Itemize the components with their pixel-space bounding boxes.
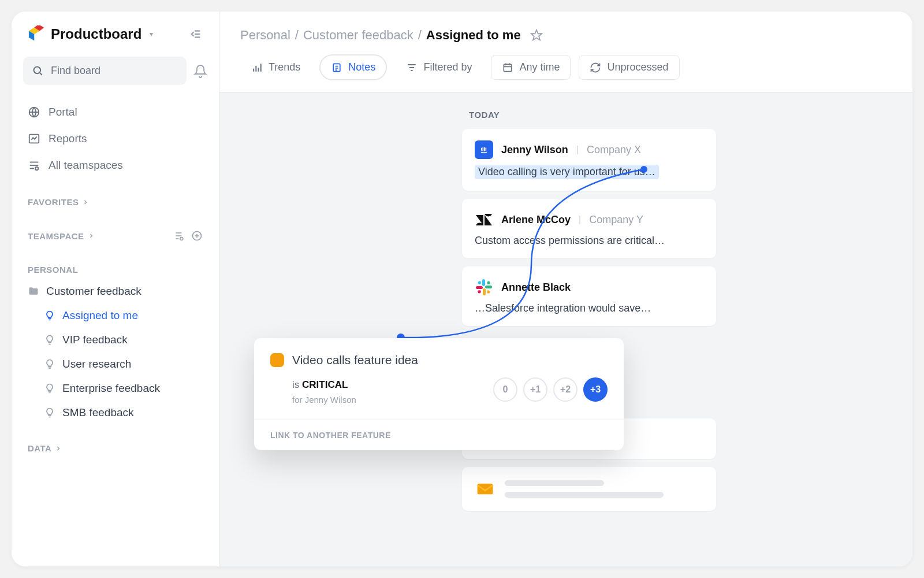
intercom-icon bbox=[475, 140, 493, 159]
portal-icon bbox=[28, 106, 40, 118]
score-0[interactable]: 0 bbox=[493, 377, 517, 402]
feature-status-icon bbox=[270, 353, 284, 367]
brand-name: Productboard bbox=[51, 26, 141, 42]
note-person: Arlene McCoy bbox=[501, 214, 571, 226]
tree-item-label: SMB feedback bbox=[62, 406, 134, 419]
topbar: Personal / Customer feedback / Assigned … bbox=[219, 12, 912, 54]
data-header[interactable]: DATA bbox=[28, 443, 62, 453]
svg-point-17 bbox=[180, 238, 183, 240]
tree-folder-customer-feedback[interactable]: Customer feedback bbox=[23, 279, 207, 303]
filter-bar: Trends Notes Filtered by Any time Unproc… bbox=[219, 54, 912, 92]
slack-icon bbox=[475, 278, 493, 297]
insight-score-row: 0 +1 +2 +3 bbox=[493, 377, 608, 402]
find-teamspace-icon[interactable] bbox=[174, 230, 185, 242]
lightbulb-icon bbox=[44, 407, 55, 418]
link-another-feature-button[interactable]: LINK TO ANOTHER FEATURE bbox=[254, 420, 624, 450]
breadcrumb-customer-feedback[interactable]: Customer feedback bbox=[303, 28, 413, 43]
notes-icon bbox=[331, 62, 342, 73]
lightbulb-icon bbox=[44, 334, 55, 346]
tree-item-label: User research bbox=[62, 358, 131, 370]
svg-rect-33 bbox=[504, 64, 512, 72]
zendesk-icon bbox=[475, 210, 493, 229]
teamspace-header[interactable]: TEAMSPACE bbox=[28, 231, 95, 241]
note-company: Company Y bbox=[589, 214, 643, 226]
svg-rect-45 bbox=[485, 286, 492, 288]
nav-portal-label: Portal bbox=[49, 106, 77, 118]
feature-title: Video calls feature idea bbox=[292, 353, 418, 367]
favorite-star-icon[interactable] bbox=[530, 29, 543, 42]
tree-item-label: Enterprise feedback bbox=[62, 382, 160, 395]
skeleton-card bbox=[462, 467, 716, 511]
notifications-icon[interactable] bbox=[193, 64, 207, 78]
calendar-icon bbox=[502, 62, 513, 73]
add-teamspace-icon[interactable] bbox=[191, 230, 203, 242]
note-body: Custom access permissions are critical… bbox=[475, 235, 703, 247]
svg-rect-46 bbox=[483, 288, 486, 295]
search-icon bbox=[32, 65, 44, 77]
svg-point-6 bbox=[34, 66, 41, 73]
note-card[interactable]: Arlene McCoy | Company Y Custom access p… bbox=[462, 199, 716, 258]
favorites-header[interactable]: FAVORITES bbox=[28, 197, 89, 207]
svg-rect-55 bbox=[478, 291, 481, 292]
score-2[interactable]: +2 bbox=[553, 377, 578, 402]
tree-item-label: VIP feedback bbox=[62, 334, 128, 346]
score-1[interactable]: +1 bbox=[523, 377, 547, 402]
tree-item-enterprise-feedback[interactable]: Enterprise feedback bbox=[23, 376, 207, 401]
mail-icon bbox=[475, 479, 495, 499]
chevron-right-icon bbox=[88, 232, 95, 239]
svg-line-7 bbox=[40, 72, 42, 75]
filter-any-time[interactable]: Any time bbox=[491, 55, 571, 80]
nav-teamspaces-label: All teamspaces bbox=[49, 159, 123, 172]
note-card[interactable]: Jenny Wilson | Company X Video calling i… bbox=[462, 129, 716, 191]
section-personal: PERSONAL Customer feedback Assigned to m… bbox=[23, 260, 207, 425]
note-body: Video calling is very important for us… bbox=[475, 165, 659, 179]
svg-rect-56 bbox=[478, 484, 493, 495]
filter-unprocessed[interactable]: Unprocessed bbox=[579, 55, 679, 80]
chevron-right-icon bbox=[82, 199, 89, 206]
nav-portal[interactable]: Portal bbox=[23, 99, 207, 125]
svg-rect-49 bbox=[479, 281, 481, 284]
breadcrumb: Personal / Customer feedback / Assigned … bbox=[240, 28, 521, 43]
tree-item-assigned-to-me[interactable]: Assigned to me bbox=[23, 303, 207, 328]
svg-rect-47 bbox=[476, 286, 483, 289]
search-input[interactable]: Find board bbox=[23, 57, 187, 85]
svg-rect-53 bbox=[487, 291, 489, 294]
section-favorites: FAVORITES bbox=[23, 192, 207, 212]
nav-reports[interactable]: Reports bbox=[23, 125, 207, 152]
search-placeholder: Find board bbox=[51, 65, 100, 77]
personal-header[interactable]: PERSONAL bbox=[28, 265, 78, 275]
tree-item-vip-feedback[interactable]: VIP feedback bbox=[23, 328, 207, 352]
breadcrumb-assigned-to-me[interactable]: Assigned to me bbox=[426, 28, 521, 43]
section-data: DATA bbox=[23, 439, 207, 458]
lightbulb-icon bbox=[44, 358, 55, 370]
section-teamspace: TEAMSPACE bbox=[23, 225, 207, 246]
caret-down-icon: ▾ bbox=[150, 30, 153, 38]
teamspaces-icon bbox=[28, 159, 40, 172]
collapse-sidebar-icon[interactable] bbox=[190, 28, 203, 40]
note-person: Jenny Wilson bbox=[501, 144, 568, 156]
breadcrumb-personal[interactable]: Personal bbox=[240, 28, 290, 43]
svg-marker-21 bbox=[531, 30, 542, 40]
note-person: Annette Black bbox=[501, 281, 571, 294]
score-3[interactable]: +3 bbox=[583, 377, 608, 402]
folder-icon bbox=[28, 286, 39, 297]
chart-icon bbox=[251, 62, 263, 73]
nav-reports-label: Reports bbox=[49, 132, 87, 145]
svg-rect-44 bbox=[482, 279, 485, 286]
sidebar: Productboard ▾ Find board Portal Reports bbox=[12, 12, 219, 566]
feature-meta: is CRITICAL for Jenny Wilson bbox=[292, 377, 356, 407]
tree-item-smb-feedback[interactable]: SMB feedback bbox=[23, 401, 207, 425]
brand-menu[interactable]: Productboard ▾ bbox=[28, 25, 153, 43]
app-window: Productboard ▾ Find board Portal Reports bbox=[12, 12, 912, 566]
tree-item-user-research[interactable]: User research bbox=[23, 352, 207, 376]
tab-trends[interactable]: Trends bbox=[240, 55, 311, 80]
refresh-icon bbox=[590, 62, 601, 73]
lightbulb-icon bbox=[44, 383, 55, 394]
tab-notes[interactable]: Notes bbox=[319, 54, 387, 80]
feature-link-card: Video calls feature idea is CRITICAL for… bbox=[254, 338, 624, 450]
note-card[interactable]: Annette Black …Salesforce integration wo… bbox=[462, 266, 716, 326]
content-area: TODAY Jenny Wilson | Company X Video cal… bbox=[219, 92, 912, 566]
nav-teamspaces[interactable]: All teamspaces bbox=[23, 152, 207, 179]
filter-filtered-by[interactable]: Filtered by bbox=[395, 55, 483, 80]
note-body: …Salesforce integration would save… bbox=[475, 302, 703, 314]
